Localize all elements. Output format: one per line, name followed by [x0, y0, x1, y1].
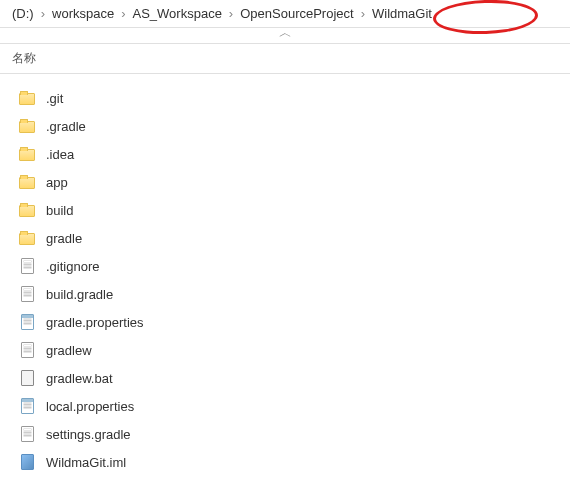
file-icon: [18, 257, 36, 275]
collapse-ribbon-toggle[interactable]: ︿: [0, 28, 570, 44]
file-icon: [18, 425, 36, 443]
file-icon: [18, 341, 36, 359]
folder-icon: [18, 145, 36, 163]
file-name: gradlew: [46, 343, 92, 358]
file-name: gradlew.bat: [46, 371, 113, 386]
breadcrumb-item-asworkspace[interactable]: AS_Workspace: [129, 4, 226, 23]
chevron-right-icon[interactable]: ›: [361, 6, 365, 21]
file-row[interactable]: settings.gradle: [6, 420, 564, 448]
file-row[interactable]: build: [6, 196, 564, 224]
column-header-name[interactable]: 名称: [0, 44, 570, 74]
folder-icon: [18, 173, 36, 191]
breadcrumb-item-drive[interactable]: (D:): [8, 4, 38, 23]
folder-icon: [18, 229, 36, 247]
file-row[interactable]: app: [6, 168, 564, 196]
file-icon: [18, 453, 36, 471]
file-row[interactable]: build.gradle: [6, 280, 564, 308]
file-row[interactable]: gradlew.bat: [6, 364, 564, 392]
chevron-right-icon[interactable]: ›: [121, 6, 125, 21]
file-icon: [18, 285, 36, 303]
file-name: app: [46, 175, 68, 190]
file-name: gradle: [46, 231, 82, 246]
file-icon: [18, 397, 36, 415]
file-name: .gradle: [46, 119, 86, 134]
chevron-up-icon: ︿: [279, 25, 292, 40]
chevron-right-icon[interactable]: ›: [229, 6, 233, 21]
file-name: settings.gradle: [46, 427, 131, 442]
folder-icon: [18, 201, 36, 219]
file-name: build: [46, 203, 73, 218]
file-name: build.gradle: [46, 287, 113, 302]
file-name: .idea: [46, 147, 74, 162]
file-name: .gitignore: [46, 259, 99, 274]
file-row[interactable]: gradle: [6, 224, 564, 252]
file-row[interactable]: .idea: [6, 140, 564, 168]
breadcrumb-item-opensource[interactable]: OpenSourceProject: [236, 4, 357, 23]
file-row[interactable]: .gradle: [6, 112, 564, 140]
file-row[interactable]: WildmaGit.iml: [6, 448, 564, 476]
breadcrumb-item-wildmagit[interactable]: WildmaGit: [368, 4, 436, 23]
file-icon: [18, 369, 36, 387]
breadcrumb-item-workspace[interactable]: workspace: [48, 4, 118, 23]
file-icon: [18, 313, 36, 331]
file-name: WildmaGit.iml: [46, 455, 126, 470]
file-row[interactable]: gradle.properties: [6, 308, 564, 336]
file-list: .git.gradle.ideaappbuildgradle.gitignore…: [0, 74, 570, 486]
file-row[interactable]: .gitignore: [6, 252, 564, 280]
breadcrumb: (D:) › workspace › AS_Workspace › OpenSo…: [0, 0, 570, 28]
folder-icon: [18, 117, 36, 135]
file-name: gradle.properties: [46, 315, 144, 330]
file-name: local.properties: [46, 399, 134, 414]
file-name: .git: [46, 91, 63, 106]
folder-icon: [18, 89, 36, 107]
chevron-right-icon[interactable]: ›: [41, 6, 45, 21]
file-row[interactable]: gradlew: [6, 336, 564, 364]
file-row[interactable]: .git: [6, 84, 564, 112]
file-row[interactable]: local.properties: [6, 392, 564, 420]
